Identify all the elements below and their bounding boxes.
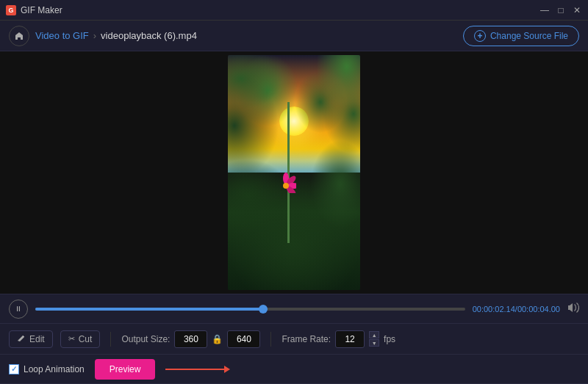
output-size-group: Output Size: 🔒 — [121, 330, 260, 348]
output-size-label: Output Size: — [121, 334, 170, 344]
frame-rate-input[interactable] — [335, 330, 365, 348]
breadcrumb-separator: › — [93, 30, 96, 41]
video-sidebar-right — [360, 51, 588, 294]
breadcrumb-current: videoplayback (6).mp4 — [101, 30, 197, 41]
cut-icon: ✂ — [68, 334, 75, 344]
checkbox-check-icon: ✓ — [11, 365, 17, 373]
plus-icon: + — [474, 30, 486, 42]
frame-rate-label: Frame Rate: — [282, 334, 331, 344]
divider2 — [270, 332, 271, 347]
video-flower — [276, 173, 296, 193]
change-source-label: Change Source File — [490, 31, 568, 41]
arrow-head — [224, 366, 230, 373]
preview-arrow — [165, 366, 230, 373]
title-bar: G GIF Maker — □ ✕ — [0, 0, 588, 21]
home-button[interactable] — [9, 26, 29, 46]
loop-bar: ✓ Loop Animation Preview — [0, 354, 588, 383]
fps-up-button[interactable]: ▲ — [369, 331, 379, 338]
video-preview — [228, 55, 360, 290]
playback-bar: ⏸ 00:00:02.14/00:00:04.00 — [0, 294, 588, 323]
progress-fill — [35, 308, 263, 311]
output-height-input[interactable] — [227, 330, 260, 348]
maximize-button[interactable]: □ — [556, 5, 566, 15]
fps-label: fps — [384, 334, 395, 344]
lock-icon[interactable]: 🔒 — [212, 334, 223, 344]
loop-animation-group: ✓ Loop Animation — [9, 364, 85, 374]
cut-label: Cut — [79, 334, 93, 344]
video-sidebar-left — [0, 51, 228, 294]
pause-icon: ⏸ — [15, 305, 22, 313]
edit-label: Edit — [29, 334, 45, 344]
minimize-button[interactable]: — — [539, 5, 550, 15]
fps-spinners: ▲ ▼ — [369, 331, 379, 347]
frame-rate-group: Frame Rate: ▲ ▼ fps — [282, 330, 395, 348]
title-bar-controls: — □ ✕ — [539, 5, 582, 15]
pause-button[interactable]: ⏸ — [9, 300, 28, 319]
volume-button[interactable] — [567, 302, 579, 316]
divider — [110, 332, 111, 347]
loop-animation-checkbox[interactable]: ✓ — [9, 364, 19, 374]
title-bar-left: G GIF Maker — [6, 5, 62, 15]
close-button[interactable]: ✕ — [572, 5, 582, 15]
arrow-line — [165, 369, 224, 370]
video-area — [0, 51, 588, 294]
breadcrumb: Video to GIF › videoplayback (6).mp4 — [35, 30, 197, 41]
fps-down-button[interactable]: ▼ — [369, 339, 379, 347]
breadcrumb-parent[interactable]: Video to GIF — [35, 30, 89, 41]
progress-track[interactable] — [35, 308, 465, 311]
app-icon: G — [6, 5, 16, 15]
time-display: 00:00:02.14/00:00:04.00 — [473, 305, 560, 314]
output-width-input[interactable] — [174, 330, 207, 348]
loop-animation-label: Loop Animation — [24, 364, 85, 374]
nav-left: Video to GIF › videoplayback (6).mp4 — [9, 26, 197, 46]
progress-thumb — [259, 305, 268, 314]
nav-bar: Video to GIF › videoplayback (6).mp4 + C… — [0, 21, 588, 51]
controls-bar: Edit ✂ Cut Output Size: 🔒 Frame Rate: ▲ … — [0, 323, 588, 354]
app-title: GIF Maker — [21, 5, 62, 15]
total-time: 00:00:04.00 — [517, 305, 560, 314]
preview-button[interactable]: Preview — [95, 359, 156, 380]
edit-button[interactable]: Edit — [9, 330, 53, 348]
current-time: 00:00:02.14 — [473, 305, 515, 314]
cut-button[interactable]: ✂ Cut — [60, 330, 101, 348]
svg-point-4 — [283, 183, 289, 189]
change-source-button[interactable]: + Change Source File — [463, 26, 579, 46]
edit-icon — [17, 334, 26, 344]
